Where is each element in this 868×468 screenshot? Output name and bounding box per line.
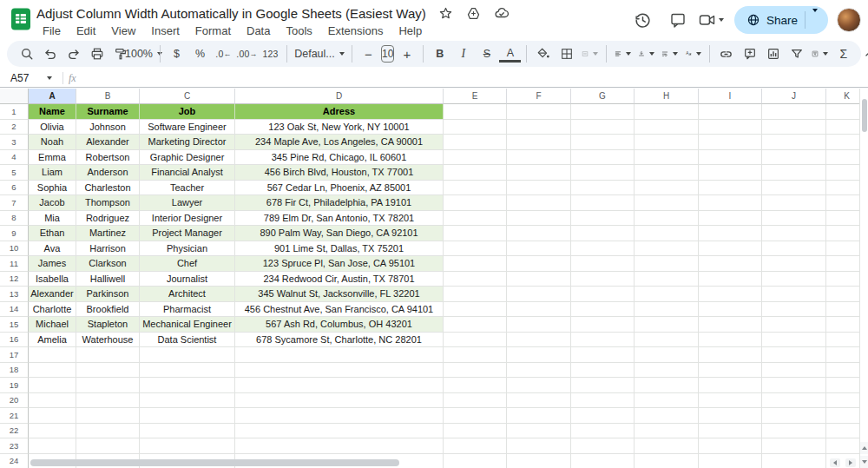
cell-f23[interactable] — [507, 438, 571, 454]
more-formats-button[interactable]: 123 — [260, 43, 281, 64]
cell-i6[interactable] — [699, 181, 762, 196]
cell-j13[interactable] — [762, 287, 826, 302]
cell-b20[interactable] — [76, 393, 140, 409]
cloud-save-status-icon[interactable] — [494, 5, 510, 21]
cell-b13[interactable]: Parkinson — [76, 287, 140, 302]
cell-k13[interactable] — [826, 287, 859, 302]
cell-h9[interactable] — [635, 226, 699, 241]
cell-a11[interactable]: James — [29, 256, 76, 272]
row-header-14[interactable]: 14 — [0, 302, 29, 318]
version-history-icon[interactable] — [628, 5, 658, 35]
cell-k8[interactable] — [826, 211, 859, 227]
cell-d5[interactable]: 456 Birch Blvd, Houston, TX 77001 — [235, 165, 444, 181]
cell-b4[interactable]: Robertson — [76, 150, 140, 166]
cell-i1[interactable] — [699, 104, 762, 120]
cell-i18[interactable] — [699, 363, 762, 379]
cell-i5[interactable] — [699, 165, 762, 181]
cell-k22[interactable] — [826, 424, 859, 439]
cell-e22[interactable] — [444, 424, 507, 439]
cell-f13[interactable] — [507, 287, 571, 302]
cell-c17[interactable] — [140, 347, 235, 363]
cell-i21[interactable] — [699, 408, 762, 424]
cell-i10[interactable] — [699, 241, 762, 257]
cell-c15[interactable]: Mechanical Engineer — [140, 317, 235, 333]
cell-h10[interactable] — [635, 241, 699, 257]
cell-b2[interactable]: Johnson — [76, 120, 140, 135]
cell-d19[interactable] — [235, 378, 444, 393]
cell-a2[interactable]: Olivia — [29, 120, 76, 135]
cell-j10[interactable] — [762, 241, 826, 257]
row-header-19[interactable]: 19 — [0, 378, 29, 393]
cell-g4[interactable] — [571, 150, 635, 166]
cell-d3[interactable]: 234 Maple Ave, Los Angeles, CA 90001 — [235, 135, 444, 150]
cell-i19[interactable] — [699, 378, 762, 393]
cell-k5[interactable] — [826, 165, 859, 181]
cell-a17[interactable] — [29, 347, 76, 363]
sheets-logo-icon[interactable] — [9, 7, 33, 31]
column-header-a[interactable]: A — [29, 89, 76, 104]
cell-h23[interactable] — [635, 438, 699, 454]
cell-k2[interactable] — [826, 120, 859, 135]
cell-j8[interactable] — [762, 211, 826, 227]
cell-f21[interactable] — [507, 408, 571, 424]
share-button[interactable]: Share — [734, 6, 828, 34]
cell-f12[interactable] — [507, 272, 571, 287]
row-header-4[interactable]: 4 — [0, 150, 29, 166]
row-header-10[interactable]: 10 — [0, 241, 29, 257]
cell-h5[interactable] — [635, 165, 699, 181]
cell-c23[interactable] — [140, 438, 235, 454]
cell-b18[interactable] — [76, 363, 140, 379]
cell-b8[interactable]: Rodriguez — [76, 211, 140, 227]
increase-decimal-button[interactable]: .00→ — [236, 43, 258, 64]
cell-f4[interactable] — [507, 150, 571, 166]
cell-e11[interactable] — [444, 256, 507, 272]
cell-c8[interactable]: Interior Designer — [140, 211, 235, 227]
cell-e7[interactable] — [444, 195, 507, 211]
cell-a16[interactable]: Amelia — [29, 333, 76, 348]
cell-e6[interactable] — [444, 181, 507, 196]
bold-button[interactable]: B — [429, 43, 450, 64]
cell-g15[interactable] — [571, 317, 635, 333]
cell-j11[interactable] — [762, 256, 826, 272]
cell-b21[interactable] — [76, 408, 140, 424]
scroll-down-button[interactable] — [860, 456, 868, 468]
cell-a13[interactable]: Alexander — [29, 287, 76, 302]
cell-e16[interactable] — [444, 333, 507, 348]
avatar[interactable] — [837, 8, 861, 32]
cell-c7[interactable]: Lawyer — [140, 195, 235, 211]
cell-j5[interactable] — [762, 165, 826, 181]
cell-e21[interactable] — [444, 408, 507, 424]
cell-e5[interactable] — [444, 165, 507, 181]
cell-i11[interactable] — [699, 256, 762, 272]
cell-d8[interactable]: 789 Elm Dr, San Antonio, TX 78201 — [235, 211, 444, 227]
cell-k23[interactable] — [826, 438, 859, 454]
row-header-24[interactable]: 24 — [0, 454, 29, 468]
cell-i8[interactable] — [699, 211, 762, 227]
cell-g13[interactable] — [571, 287, 635, 302]
column-header-c[interactable]: C — [140, 89, 235, 104]
cell-a1[interactable]: Name — [29, 104, 76, 120]
fill-color-icon[interactable] — [532, 43, 554, 64]
cell-d15[interactable]: 567 Ash Rd, Columbus, OH 43201 — [235, 317, 444, 333]
cell-h8[interactable] — [635, 211, 699, 227]
zoom-dropdown[interactable]: 100% — [133, 43, 155, 64]
cell-c18[interactable] — [140, 363, 235, 379]
cell-i20[interactable] — [699, 393, 762, 409]
row-header-15[interactable]: 15 — [0, 317, 29, 333]
cell-c3[interactable]: Marketing Director — [140, 135, 235, 150]
row-header-13[interactable]: 13 — [0, 287, 29, 302]
cell-h19[interactable] — [635, 378, 699, 393]
row-header-16[interactable]: 16 — [0, 333, 29, 348]
menu-item-format[interactable]: Format — [189, 23, 237, 38]
column-header-f[interactable]: F — [507, 89, 571, 104]
font-size-input[interactable]: 10 — [381, 45, 394, 63]
cell-g20[interactable] — [571, 393, 635, 409]
cell-h13[interactable] — [635, 287, 699, 302]
cell-e20[interactable] — [444, 393, 507, 409]
cell-g7[interactable] — [571, 195, 635, 211]
cell-g9[interactable] — [571, 226, 635, 241]
cell-c6[interactable]: Teacher — [140, 181, 235, 196]
cell-i17[interactable] — [699, 347, 762, 363]
cell-j9[interactable] — [762, 226, 826, 241]
cell-h18[interactable] — [635, 363, 699, 379]
